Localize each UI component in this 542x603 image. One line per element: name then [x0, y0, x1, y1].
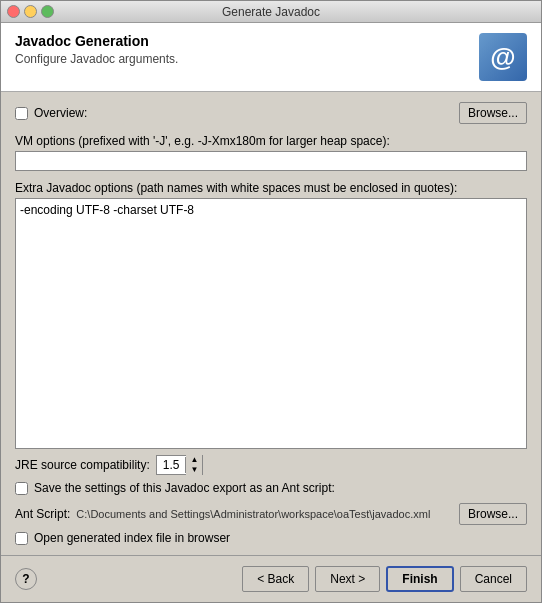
ant-browse-button[interactable]: Browse... [459, 503, 527, 525]
window-title: Generate Javadoc [222, 5, 320, 19]
maximize-icon[interactable] [41, 5, 54, 18]
next-button[interactable]: Next > [315, 566, 380, 592]
ant-script-label: Ant Script: [15, 507, 70, 521]
jre-decrement-button[interactable]: ▼ [186, 465, 202, 475]
vm-options-section: VM options (prefixed with '-J', e.g. -J-… [15, 130, 527, 171]
ant-script-row: Ant Script: C:\Documents and Settings\Ad… [15, 503, 527, 525]
cancel-button[interactable]: Cancel [460, 566, 527, 592]
vm-options-input[interactable] [15, 151, 527, 171]
overview-row: Overview: Browse... [15, 102, 527, 124]
title-bar: Generate Javadoc [1, 1, 541, 23]
overview-label: Overview: [34, 106, 87, 120]
save-ant-row: Save the settings of this Javadoc export… [15, 481, 527, 495]
extra-options-textarea[interactable]: -encoding UTF-8 -charset UTF-8 [15, 198, 527, 449]
minimize-icon[interactable] [24, 5, 37, 18]
page-title: Javadoc Generation [15, 33, 178, 49]
window: Generate Javadoc Javadoc Generation Conf… [0, 0, 542, 603]
overview-checkbox[interactable] [15, 107, 28, 120]
close-icon[interactable] [7, 5, 20, 18]
header-text: Javadoc Generation Configure Javadoc arg… [15, 33, 178, 66]
content-area: Overview: Browse... VM options (prefixed… [1, 92, 541, 555]
save-ant-label: Save the settings of this Javadoc export… [34, 481, 335, 495]
ant-script-path: C:\Documents and Settings\Administrator\… [76, 508, 453, 520]
help-button[interactable]: ? [15, 568, 37, 590]
page-subtitle: Configure Javadoc arguments. [15, 52, 178, 66]
open-browser-checkbox[interactable] [15, 532, 28, 545]
finish-button[interactable]: Finish [386, 566, 453, 592]
back-button[interactable]: < Back [242, 566, 309, 592]
overview-left: Overview: [15, 106, 87, 120]
save-ant-checkbox[interactable] [15, 482, 28, 495]
extra-options-section: Extra Javadoc options (path names with w… [15, 177, 527, 449]
jre-increment-button[interactable]: ▲ [186, 455, 202, 465]
header-section: Javadoc Generation Configure Javadoc arg… [1, 23, 541, 92]
jre-row: JRE source compatibility: 1.5 ▲ ▼ [15, 455, 527, 475]
title-bar-buttons [7, 5, 54, 18]
jre-spinner: 1.5 ▲ ▼ [156, 455, 204, 475]
javadoc-icon [479, 33, 527, 81]
open-browser-row: Open generated index file in browser [15, 531, 527, 545]
vm-options-label: VM options (prefixed with '-J', e.g. -J-… [15, 134, 527, 148]
footer-buttons: < Back Next > Finish Cancel [242, 566, 527, 592]
jre-value: 1.5 [157, 457, 187, 473]
footer: ? < Back Next > Finish Cancel [1, 555, 541, 602]
jre-spinner-buttons: ▲ ▼ [186, 455, 202, 475]
open-browser-label: Open generated index file in browser [34, 531, 230, 545]
extra-options-label: Extra Javadoc options (path names with w… [15, 181, 527, 195]
overview-browse-button[interactable]: Browse... [459, 102, 527, 124]
jre-label: JRE source compatibility: [15, 458, 150, 472]
